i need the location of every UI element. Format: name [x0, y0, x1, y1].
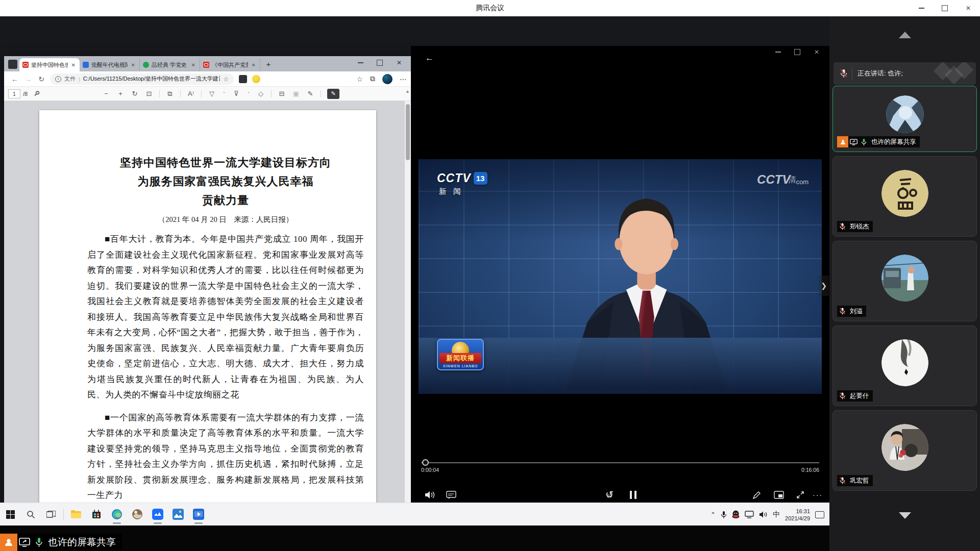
tab-close-icon[interactable]: ✕ — [251, 62, 257, 68]
back-arrow-icon[interactable]: ← — [425, 53, 434, 63]
highlighter-icon[interactable]: ▽ — [208, 90, 216, 97]
mini-player-icon[interactable] — [770, 487, 788, 503]
zoom-out-icon[interactable]: − — [102, 90, 110, 97]
edit-pen-icon[interactable] — [748, 487, 765, 503]
browser-tab-3[interactable]: 品经典 学党史 悟思想- ✕ — [140, 58, 200, 71]
start-button[interactable] — [0, 504, 20, 524]
participant-name: 郑锐杰 — [850, 222, 869, 231]
close-button[interactable] — [957, 0, 980, 16]
maximize-button[interactable] — [933, 0, 957, 16]
refresh-icon[interactable]: ↻ — [35, 75, 48, 83]
fullscreen-icon[interactable] — [792, 487, 809, 503]
draw-pen-icon[interactable]: ⊽ — [232, 90, 240, 97]
print-icon[interactable]: ⊟ — [278, 90, 286, 97]
bookmark-star-icon[interactable]: ☆ — [223, 76, 229, 83]
tab-close-icon[interactable]: ✕ — [130, 62, 136, 68]
rewind-10-button[interactable]: ↺10 — [601, 487, 618, 503]
edge-icon[interactable] — [107, 504, 127, 524]
pdf-scrollbar[interactable] — [405, 101, 411, 503]
presenter-icon — [0, 534, 17, 551]
eraser-icon[interactable]: ◇ — [257, 90, 265, 97]
scroll-up-arrow[interactable] — [899, 32, 911, 38]
tencent-meeting-icon[interactable] — [148, 504, 168, 524]
ime-indicator[interactable]: 中 — [773, 510, 780, 519]
participant-avatar — [881, 339, 928, 386]
search-icon[interactable] — [20, 504, 41, 524]
address-url-text: C:/Users/11215/Desktop/坚持中国特色世界一流大学建设目标.… — [83, 75, 220, 83]
tray-mic-icon[interactable] — [721, 511, 727, 519]
video-close-button[interactable] — [807, 46, 826, 58]
save-as-icon[interactable]: ✎ — [306, 90, 314, 97]
pdf-search-icon[interactable]: 🔎︎ — [33, 90, 41, 97]
tray-clock[interactable]: 16:31 2021/4/29 — [785, 508, 810, 522]
tab-close-icon[interactable]: ✕ — [190, 62, 197, 68]
page-info-icon[interactable]: i — [55, 76, 61, 82]
participant-label: 巩宏哲 — [837, 475, 873, 486]
collections-icon[interactable]: ⧉ — [370, 74, 375, 83]
pause-button[interactable] — [624, 487, 642, 503]
cast-display-icon[interactable] — [745, 511, 754, 518]
profile-avatar[interactable] — [382, 74, 393, 84]
extension-icon-yellow[interactable] — [252, 75, 260, 83]
video-progress-bar[interactable] — [421, 462, 819, 463]
video-maximize-button[interactable] — [788, 46, 807, 58]
pdf-page-input[interactable]: 1 — [8, 89, 20, 98]
favorites-icon[interactable]: ☆ — [356, 75, 363, 83]
browser-menu-icon[interactable]: ⋯ — [400, 75, 407, 83]
save-icon[interactable]: ▣ — [292, 90, 300, 97]
participant-tile-1[interactable]: 也许的屏幕共享 — [832, 86, 977, 152]
browser-close-button[interactable] — [389, 56, 409, 69]
video-player-titlebar: ← — [411, 46, 829, 66]
photos-icon[interactable] — [168, 504, 188, 524]
forward-icon[interactable]: → — [21, 75, 35, 83]
task-view-icon[interactable] — [41, 504, 61, 524]
rotate-icon[interactable]: ↻ — [131, 90, 139, 97]
video-player-window: ← — [411, 46, 829, 503]
zoom-in-icon[interactable]: + — [116, 90, 125, 97]
photo-app-icon[interactable] — [127, 504, 148, 524]
video-minimize-button[interactable] — [768, 46, 788, 58]
browser-maximize-button[interactable] — [370, 56, 389, 69]
minimize-button[interactable] — [910, 0, 933, 16]
mic-muted-icon — [837, 475, 847, 486]
participant-tile-4[interactable]: 起要什 — [832, 325, 977, 406]
page-view-icon[interactable]: ⧉ — [166, 90, 174, 98]
participant-tile-2[interactable]: 郑锐杰 — [832, 156, 977, 237]
draw-pen-dropdown-icon[interactable]: ˇ — [247, 91, 251, 96]
toolbar-pin-button[interactable]: ✎ — [327, 89, 339, 99]
volume-icon[interactable] — [421, 487, 438, 503]
notification-center-icon[interactable] — [815, 511, 824, 518]
file-explorer-icon[interactable] — [66, 504, 86, 524]
more-options-icon[interactable]: ··· — [809, 487, 826, 503]
highlighter-dropdown-icon[interactable]: ˇ — [222, 91, 226, 96]
tray-expand-icon[interactable]: ⌃ — [710, 511, 716, 518]
scroll-up-icon[interactable]: ▲ — [405, 89, 410, 94]
browser-tab-4[interactable]: 《中国共产党普通高等 ✕ — [200, 58, 260, 71]
panel-collapse-chevron[interactable]: ❯ — [819, 276, 829, 296]
extension-icon-dark[interactable] — [239, 75, 247, 83]
tab-close-icon[interactable]: ✕ — [70, 62, 77, 68]
fit-page-icon[interactable]: ⊡ — [145, 90, 153, 97]
participant-tile-5[interactable]: 巩宏哲 — [832, 410, 977, 491]
video-frame[interactable]: CCTV 13 新闻 CCTV 清 com 新闻联播 XINWEN LIANBO — [419, 159, 822, 394]
pdf-scrollbar-thumb[interactable] — [406, 104, 410, 160]
read-aloud-icon[interactable]: A⁾ — [187, 90, 195, 97]
qq-icon[interactable] — [732, 510, 740, 519]
tab-actions-icon[interactable] — [8, 60, 17, 69]
toolbar-divider — [271, 90, 272, 97]
browser-minimize-button[interactable] — [351, 56, 370, 69]
progress-handle[interactable] — [422, 459, 429, 466]
subtitles-icon[interactable] — [443, 487, 460, 503]
browser-tab-2[interactable]: 觉醒年代电视陈北李 相 ✕ — [80, 58, 140, 71]
microsoft-store-icon[interactable] — [86, 504, 107, 524]
movies-tv-icon[interactable] — [188, 504, 209, 524]
new-tab-button[interactable]: + — [262, 58, 275, 70]
scroll-down-arrow[interactable] — [899, 512, 911, 519]
participant-tile-3[interactable]: 刘溢 — [832, 241, 977, 321]
speaker-icon[interactable] — [759, 511, 768, 518]
channel-caption: 新闻 — [439, 187, 487, 196]
tab-title: 觉醒年代电视陈北李 相 — [91, 61, 128, 69]
browser-tab-1[interactable]: 坚持中国特色世界一流 ✕ — [19, 58, 80, 71]
address-input[interactable]: i 文件 | C:/Users/11215/Desktop/坚持中国特色世界一流… — [50, 73, 234, 85]
back-icon[interactable]: ← — [8, 75, 21, 83]
